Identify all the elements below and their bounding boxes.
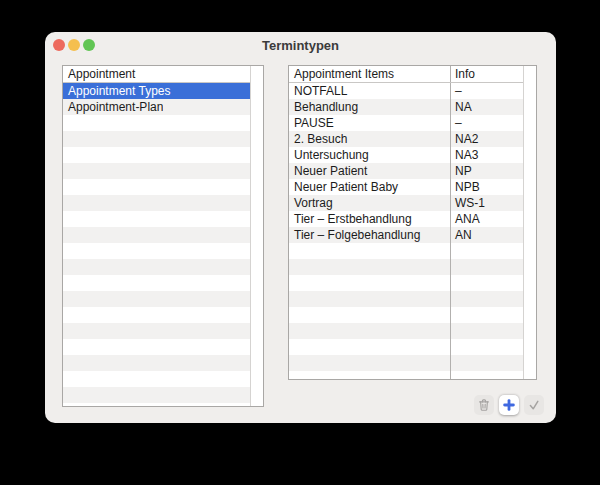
appointment-item-cell: PAUSE: [289, 115, 450, 131]
left-table-empty-row[interactable]: [63, 307, 250, 323]
right-table-empty-row[interactable]: [289, 275, 523, 291]
left-table-row[interactable]: Appointment-Plan: [63, 99, 250, 115]
left-row-label: [63, 195, 68, 211]
info-cell: –: [450, 115, 523, 131]
left-row-label: Appointment-Plan: [63, 99, 163, 115]
appointment-item-cell: [289, 243, 450, 259]
appointment-item-cell: [289, 371, 450, 379]
appointment-item-cell: 2. Besuch: [289, 131, 450, 147]
left-row-label: [63, 339, 68, 355]
left-table-empty-row[interactable]: [63, 147, 250, 163]
left-table-empty-row[interactable]: [63, 403, 250, 406]
info-cell: [450, 323, 523, 339]
info-cell: [450, 243, 523, 259]
left-table-empty-row[interactable]: [63, 291, 250, 307]
column-header-appointment[interactable]: Appointment: [63, 66, 250, 82]
left-row-label: [63, 147, 68, 163]
trash-icon: [477, 398, 491, 412]
left-table-empty-row[interactable]: [63, 275, 250, 291]
add-button[interactable]: [499, 395, 519, 415]
left-row-label: [63, 259, 68, 275]
delete-button[interactable]: [474, 395, 494, 415]
info-cell: [450, 307, 523, 323]
appointment-item-cell: Tier – Folgebehandlung: [289, 227, 450, 243]
column-header-info[interactable]: Info: [450, 66, 523, 82]
right-table-empty-row[interactable]: [289, 371, 523, 379]
appointment-categories-body: Appointment TypesAppointment-Plan: [63, 83, 250, 406]
desktop-background: Termintypen Appointment Appointment Type…: [0, 0, 600, 485]
right-table-row[interactable]: Neuer Patient BabyNPB: [289, 179, 523, 195]
info-cell: NP: [450, 163, 523, 179]
appointment-item-cell: Untersuchung: [289, 147, 450, 163]
appointment-item-cell: [289, 355, 450, 371]
right-table-row[interactable]: Tier – ErstbehandlungANA: [289, 211, 523, 227]
appointment-item-cell: Neuer Patient: [289, 163, 450, 179]
appointment-items-body: NOTFALL–BehandlungNAPAUSE–2. BesuchNA2Un…: [289, 83, 523, 379]
right-table-row[interactable]: Tier – FolgebehandlungAN: [289, 227, 523, 243]
item-actions-toolbar: [474, 395, 544, 415]
info-cell: NA: [450, 99, 523, 115]
left-table-empty-row[interactable]: [63, 243, 250, 259]
appointment-item-cell: NOTFALL: [289, 83, 450, 99]
info-cell: ANA: [450, 211, 523, 227]
appointment-item-cell: [289, 259, 450, 275]
right-table-row[interactable]: 2. BesuchNA2: [289, 131, 523, 147]
termintypen-window: Termintypen Appointment Appointment Type…: [45, 32, 556, 423]
plus-icon: [502, 398, 516, 412]
left-row-label: [63, 179, 68, 195]
right-table-row[interactable]: UntersuchungNA3: [289, 147, 523, 163]
info-cell: [450, 371, 523, 379]
left-table-row[interactable]: Appointment Types: [63, 83, 250, 99]
info-cell: [450, 291, 523, 307]
right-table-empty-row[interactable]: [289, 291, 523, 307]
appointment-item-cell: [289, 307, 450, 323]
right-table-row[interactable]: Neuer PatientNP: [289, 163, 523, 179]
left-table-empty-row[interactable]: [63, 339, 250, 355]
left-table-empty-row[interactable]: [63, 387, 250, 403]
left-table-empty-row[interactable]: [63, 371, 250, 387]
left-table-empty-row[interactable]: [63, 227, 250, 243]
info-cell: WS-1: [450, 195, 523, 211]
right-table-row[interactable]: BehandlungNA: [289, 99, 523, 115]
left-table-empty-row[interactable]: [63, 195, 250, 211]
left-table-empty-row[interactable]: [63, 323, 250, 339]
right-table-empty-row[interactable]: [289, 307, 523, 323]
appointment-items-table: Appointment Items Info NOTFALL–Behandlun…: [288, 65, 537, 380]
right-table-empty-row[interactable]: [289, 243, 523, 259]
left-row-label: [63, 387, 68, 403]
right-table-scrollbar-track[interactable]: [523, 66, 536, 379]
appointment-item-cell: [289, 291, 450, 307]
left-table-empty-row[interactable]: [63, 355, 250, 371]
left-table-empty-row[interactable]: [63, 163, 250, 179]
appointment-item-cell: Neuer Patient Baby: [289, 179, 450, 195]
info-cell: [450, 275, 523, 291]
right-table-row[interactable]: VortragWS-1: [289, 195, 523, 211]
left-table-empty-row[interactable]: [63, 179, 250, 195]
titlebar: Termintypen: [45, 32, 556, 62]
left-table-empty-row[interactable]: [63, 131, 250, 147]
right-table-row[interactable]: NOTFALL–: [289, 83, 523, 99]
left-row-label: Appointment Types: [63, 83, 171, 99]
confirm-button[interactable]: [524, 395, 544, 415]
info-cell: [450, 259, 523, 275]
appointment-item-cell: Vortrag: [289, 195, 450, 211]
right-table-row[interactable]: PAUSE–: [289, 115, 523, 131]
left-table-empty-row[interactable]: [63, 211, 250, 227]
right-table-empty-row[interactable]: [289, 355, 523, 371]
right-table-empty-row[interactable]: [289, 323, 523, 339]
column-header-appointment-items[interactable]: Appointment Items: [289, 66, 450, 82]
info-cell: NPB: [450, 179, 523, 195]
right-table-empty-row[interactable]: [289, 339, 523, 355]
appointment-item-cell: [289, 323, 450, 339]
left-table-empty-row[interactable]: [63, 259, 250, 275]
left-row-label: [63, 307, 68, 323]
info-cell: AN: [450, 227, 523, 243]
left-row-label: [63, 131, 68, 147]
appointment-item-cell: [289, 339, 450, 355]
left-row-label: [63, 211, 68, 227]
info-cell: NA2: [450, 131, 523, 147]
left-table-empty-row[interactable]: [63, 115, 250, 131]
left-row-label: [63, 243, 68, 259]
right-table-empty-row[interactable]: [289, 259, 523, 275]
left-table-scrollbar-track[interactable]: [250, 66, 263, 406]
